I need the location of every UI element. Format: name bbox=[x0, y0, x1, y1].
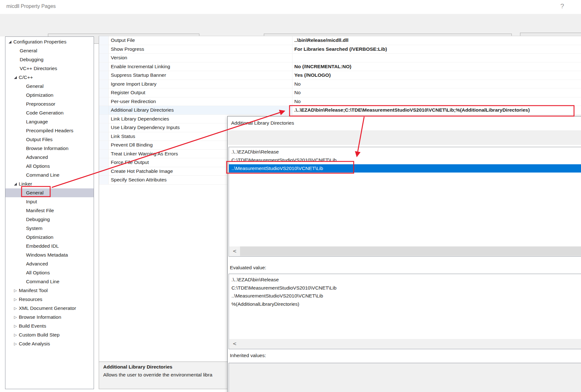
tree-item-precompiled-headers-10[interactable]: Precompiled Headers bbox=[5, 126, 94, 135]
dialog-title: Additional Library Directories bbox=[231, 120, 294, 126]
evaluated-horizontal-scrollbar[interactable]: < bbox=[229, 339, 581, 349]
tree-item-input-18[interactable]: Input bbox=[5, 197, 94, 206]
tree-item-browse-information-12[interactable]: Browse Information bbox=[5, 144, 94, 153]
tree-expanded-icon[interactable] bbox=[14, 76, 17, 79]
tree-item-label: Configuration Properties bbox=[13, 39, 66, 45]
grid-gutter bbox=[99, 36, 109, 45]
tree-item-command-line-15[interactable]: Command Line bbox=[5, 171, 94, 180]
tree-item-all-options-14[interactable]: All Options bbox=[5, 162, 94, 171]
inherited-values-box[interactable] bbox=[229, 363, 581, 392]
tree-item-label: Windows Metadata bbox=[26, 252, 68, 258]
property-row-suppress-startup-banner[interactable]: Suppress Startup BannerYes (/NOLOGO) bbox=[99, 71, 581, 80]
property-value[interactable]: For Libraries Searched (/VERBOSE:Lib) bbox=[292, 45, 581, 54]
property-value[interactable] bbox=[292, 54, 581, 62]
grid-gutter bbox=[99, 71, 109, 80]
tree-item-label: Linker bbox=[19, 181, 32, 187]
tree-item-custom-build-step-33[interactable]: ▷Custom Build Step bbox=[5, 330, 94, 339]
tree-item-code-analysis-34[interactable]: ▷Code Analysis bbox=[5, 339, 94, 348]
settings-tree: Configuration PropertiesGeneralDebugging… bbox=[5, 36, 94, 389]
tree-item-linker-16[interactable]: Linker bbox=[5, 180, 94, 188]
property-value[interactable]: No (/INCREMENTAL:NO) bbox=[292, 62, 581, 71]
tree-item-advanced-13[interactable]: Advanced bbox=[5, 153, 94, 162]
listbox-horizontal-scrollbar[interactable]: < bbox=[229, 246, 581, 256]
evaluated-value-label: Evaluated value: bbox=[230, 265, 266, 271]
tree-item-command-line-27[interactable]: Command Line bbox=[5, 277, 94, 286]
tree-item-manifest-file-19[interactable]: Manifest File bbox=[5, 206, 94, 215]
tree-item-system-21[interactable]: System bbox=[5, 224, 94, 233]
tree-item-general-5[interactable]: General bbox=[5, 82, 94, 91]
tree-item-all-options-26[interactable]: All Options bbox=[5, 268, 94, 277]
tree-item-output-files-11[interactable]: Output Files bbox=[5, 135, 94, 144]
tree-collapsed-icon[interactable]: ▷ bbox=[14, 288, 17, 293]
tree-item-build-events-32[interactable]: ▷Build Events bbox=[5, 322, 94, 330]
property-row-ignore-import-library[interactable]: Ignore Import LibraryNo bbox=[99, 80, 581, 89]
tree-item-xml-document-generator-30[interactable]: ▷XML Document Generator bbox=[5, 304, 94, 313]
tree-item-browse-information-31[interactable]: ▷Browse Information bbox=[5, 313, 94, 322]
evaluated-value-line-0: .\..\EZAD\bin\Release bbox=[231, 276, 581, 284]
tree-item-optimization-22[interactable]: Optimization bbox=[5, 233, 94, 242]
tree-item-label: Build Events bbox=[19, 323, 46, 329]
property-row-enable-incremental-linking[interactable]: Enable Incremental LinkingNo (/INCREMENT… bbox=[99, 62, 581, 71]
property-value[interactable]: No bbox=[292, 80, 581, 88]
tree-expanded-icon[interactable] bbox=[14, 183, 17, 186]
directory-list-item-0[interactable]: .\..\EZAD\bin\Release bbox=[229, 148, 581, 156]
grid-gutter bbox=[99, 167, 109, 176]
tree-item-label: Language bbox=[26, 119, 48, 125]
property-value[interactable]: ..\bin\Release/micdll.dll bbox=[292, 36, 581, 45]
tree-item-label: Command Line bbox=[26, 172, 59, 178]
property-value[interactable]: No bbox=[292, 88, 581, 97]
property-value[interactable]: .\..\EZAD\bin\Release;C:\TDE\Measurement… bbox=[292, 106, 581, 114]
property-row-version[interactable]: Version bbox=[99, 54, 581, 62]
tree-collapsed-icon[interactable]: ▷ bbox=[14, 324, 17, 328]
property-name: Per-user Redirection bbox=[109, 97, 292, 106]
help-icon[interactable]: ? bbox=[560, 2, 564, 10]
tree-item-configuration-properties-0[interactable]: Configuration Properties bbox=[5, 37, 94, 46]
scroll-left-icon[interactable]: < bbox=[229, 246, 240, 256]
tree-item-label: Advanced bbox=[26, 261, 48, 267]
property-value[interactable]: Yes (/NOLOGO) bbox=[292, 71, 581, 80]
tree-item-preprocessor-7[interactable]: Preprocessor bbox=[5, 100, 94, 108]
scrollbar-thumb[interactable] bbox=[240, 246, 581, 256]
tree-item-c-c-4[interactable]: C/C++ bbox=[5, 73, 94, 82]
tree-item-debugging-2[interactable]: Debugging bbox=[5, 55, 94, 64]
scrollbar-thumb[interactable] bbox=[240, 339, 581, 349]
tree-item-general-17[interactable]: General bbox=[5, 188, 94, 197]
property-row-output-file[interactable]: Output File..\bin\Release/micdll.dll bbox=[99, 36, 581, 45]
tree-item-label: Optimization bbox=[26, 92, 53, 98]
grid-gutter bbox=[99, 123, 109, 132]
scroll-left-icon[interactable]: < bbox=[229, 339, 240, 349]
grid-gutter bbox=[99, 88, 109, 97]
tree-collapsed-icon[interactable]: ▷ bbox=[14, 333, 17, 337]
configuration-bar: Configuration: Active(Release) Platform:… bbox=[0, 14, 581, 36]
property-value[interactable]: No bbox=[292, 97, 581, 106]
grid-gutter bbox=[99, 141, 109, 149]
tree-item-code-generation-8[interactable]: Code Generation bbox=[5, 108, 94, 117]
tree-item-language-9[interactable]: Language bbox=[5, 117, 94, 126]
tree-item-advanced-25[interactable]: Advanced bbox=[5, 259, 94, 268]
tree-item-vc-directories-3[interactable]: VC++ Directories bbox=[5, 64, 94, 73]
tree-item-label: Browse Information bbox=[26, 146, 69, 151]
tree-item-general-1[interactable]: General bbox=[5, 46, 94, 55]
tree-item-embedded-idl-23[interactable]: Embedded IDL bbox=[5, 242, 94, 251]
dialog-edit-strip[interactable] bbox=[228, 130, 581, 145]
directory-list-item-2[interactable]: ..\MeasurementStudioVS2010\VCNET\Lib bbox=[229, 164, 581, 173]
tree-item-label: Embedded IDL bbox=[26, 243, 59, 249]
tree-item-windows-metadata-24[interactable]: Windows Metadata bbox=[5, 251, 94, 259]
grid-gutter bbox=[99, 150, 109, 158]
tree-collapsed-icon[interactable]: ▷ bbox=[14, 315, 17, 319]
tree-collapsed-icon[interactable]: ▷ bbox=[14, 297, 17, 302]
property-row-per-user-redirection[interactable]: Per-user RedirectionNo bbox=[99, 97, 581, 106]
tree-collapsed-icon[interactable]: ▷ bbox=[14, 342, 17, 346]
tree-expanded-icon[interactable] bbox=[9, 41, 11, 43]
tree-item-debugging-20[interactable]: Debugging bbox=[5, 215, 94, 224]
tree-collapsed-icon[interactable]: ▷ bbox=[14, 306, 17, 310]
property-row-show-progress[interactable]: Show ProgressFor Libraries Searched (/VE… bbox=[99, 45, 581, 54]
property-row-additional-library-directories[interactable]: Additional Library Directories.\..\EZAD\… bbox=[99, 106, 581, 115]
tree-item-resources-29[interactable]: ▷Resources bbox=[5, 295, 94, 304]
tree-item-label: Code Analysis bbox=[19, 341, 50, 347]
property-name: Version bbox=[109, 54, 292, 62]
tree-item-manifest-tool-28[interactable]: ▷Manifest Tool bbox=[5, 286, 94, 295]
tree-item-optimization-6[interactable]: Optimization bbox=[5, 91, 94, 100]
directory-list-item-1[interactable]: C:\TDE\MeasurementStudioVS2010\VCNET\Lib bbox=[229, 156, 581, 164]
property-row-register-output[interactable]: Register OutputNo bbox=[99, 88, 581, 97]
